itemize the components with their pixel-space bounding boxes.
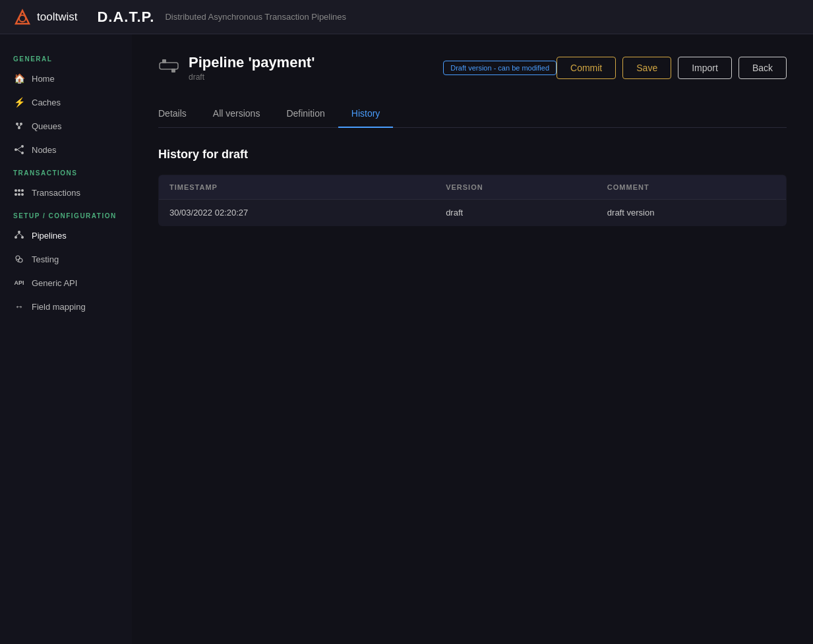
sidebar-section-general: GENERAL xyxy=(0,47,132,67)
sidebar-item-queues-label: Queues xyxy=(32,121,62,131)
history-table: TIMESTAMP VERSION COMMENT 30/03/2022 02:… xyxy=(158,175,787,226)
page-subtitle: draft xyxy=(189,73,433,82)
svg-point-9 xyxy=(21,152,24,154)
sidebar-item-transactions[interactable]: Transactions xyxy=(0,181,132,204)
import-button[interactable]: Import xyxy=(678,57,732,79)
col-version: VERSION xyxy=(435,175,597,200)
nodes-icon xyxy=(13,144,25,156)
tab-all-versions[interactable]: All versions xyxy=(200,102,274,128)
svg-line-11 xyxy=(17,150,21,152)
sidebar-item-pipelines-label: Pipelines xyxy=(32,231,67,241)
sidebar-item-testing[interactable]: Testing xyxy=(0,247,132,271)
col-comment: COMMENT xyxy=(597,175,787,200)
tab-details[interactable]: Details xyxy=(158,102,200,128)
page-header-info: Pipeline 'payment' draft xyxy=(189,54,433,82)
svg-point-2 xyxy=(16,123,18,125)
svg-point-24 xyxy=(18,258,22,262)
testing-icon xyxy=(13,253,25,265)
caches-icon: ⚡ xyxy=(13,96,25,108)
content-area: Pipeline 'payment' draft Draft version -… xyxy=(132,34,813,644)
cell-version: draft xyxy=(435,200,597,226)
svg-point-1 xyxy=(19,15,26,22)
sidebar-item-home-label: Home xyxy=(32,74,55,84)
sidebar-item-field-mapping[interactable]: ↔ Field mapping xyxy=(0,295,132,318)
sidebar-section-setup: SETUP / CONFIGURATION xyxy=(0,204,132,223)
tab-history[interactable]: History xyxy=(338,102,394,128)
pipeline-header-icon xyxy=(158,57,179,78)
history-section: History for draft TIMESTAMP VERSION COMM… xyxy=(158,148,787,226)
sidebar-item-generic-api[interactable]: API Generic API xyxy=(0,271,132,295)
svg-rect-27 xyxy=(162,59,166,63)
svg-point-4 xyxy=(18,127,20,129)
sidebar-item-testing-label: Testing xyxy=(32,254,59,264)
svg-point-18 xyxy=(18,231,20,233)
svg-point-12 xyxy=(15,189,17,192)
sidebar-item-api-label: Generic API xyxy=(32,278,77,288)
transactions-icon xyxy=(13,187,25,198)
svg-line-6 xyxy=(19,125,21,127)
queues-icon xyxy=(13,120,25,132)
api-icon: API xyxy=(13,277,25,289)
page-header-actions: Commit Save Import Back xyxy=(557,57,787,79)
pipelines-icon xyxy=(13,229,25,241)
sidebar-section-transactions: TRANSACTIONS xyxy=(0,161,132,181)
col-timestamp: TIMESTAMP xyxy=(159,175,436,200)
page-title: Pipeline 'payment' xyxy=(189,54,433,71)
sidebar-item-pipelines[interactable]: Pipelines xyxy=(0,223,132,247)
app-title: D.A.T.P. xyxy=(97,9,154,26)
page-header: Pipeline 'payment' draft Draft version -… xyxy=(158,54,787,82)
svg-point-20 xyxy=(21,236,24,239)
tab-definition[interactable]: Definition xyxy=(273,102,338,128)
back-button[interactable]: Back xyxy=(738,57,787,79)
save-button[interactable]: Save xyxy=(622,57,671,79)
history-section-title: History for draft xyxy=(158,148,787,161)
cell-comment: draft version xyxy=(597,200,787,226)
svg-point-7 xyxy=(15,148,17,151)
svg-line-5 xyxy=(17,125,19,127)
sidebar-item-nodes[interactable]: Nodes xyxy=(0,138,132,161)
commit-button[interactable]: Commit xyxy=(557,57,616,79)
svg-point-15 xyxy=(15,193,17,196)
sidebar-item-caches-label: Caches xyxy=(32,98,61,107)
table-header-row: TIMESTAMP VERSION COMMENT xyxy=(159,175,787,200)
sidebar-item-caches[interactable]: ⚡ Caches xyxy=(0,90,132,114)
svg-point-8 xyxy=(21,145,24,148)
draft-badge: Draft version - can be modified xyxy=(443,61,557,75)
svg-point-14 xyxy=(21,189,24,192)
svg-rect-26 xyxy=(160,63,178,69)
table-row: 30/03/2022 02:20:27draftdraft version xyxy=(159,200,787,226)
sidebar-item-nodes-label: Nodes xyxy=(32,145,57,155)
sidebar-item-home[interactable]: 🏠 Home xyxy=(0,67,132,90)
home-icon: 🏠 xyxy=(13,73,25,84)
field-mapping-icon: ↔ xyxy=(13,301,25,312)
svg-line-22 xyxy=(19,233,22,236)
svg-line-10 xyxy=(17,147,21,150)
svg-point-19 xyxy=(15,236,17,239)
svg-point-13 xyxy=(18,189,20,192)
svg-point-16 xyxy=(18,193,20,196)
app-subtitle: Distributed Asynchronous Transaction Pip… xyxy=(165,12,346,22)
logo-icon xyxy=(13,8,32,26)
tabs: Details All versions Definition History xyxy=(158,102,787,128)
sidebar-item-field-mapping-label: Field mapping xyxy=(32,302,86,312)
logo: tooltwist xyxy=(13,8,77,26)
logo-text: tooltwist xyxy=(37,11,77,24)
cell-timestamp: 30/03/2022 02:20:27 xyxy=(159,200,436,226)
sidebar-item-transactions-label: Transactions xyxy=(32,188,80,198)
svg-line-21 xyxy=(16,233,19,236)
svg-point-17 xyxy=(21,193,24,196)
svg-point-3 xyxy=(20,123,22,125)
svg-rect-28 xyxy=(171,69,175,73)
sidebar-item-queues[interactable]: Queues xyxy=(0,114,132,138)
svg-line-25 xyxy=(16,260,18,262)
main-layout: GENERAL 🏠 Home ⚡ Caches Queues xyxy=(0,34,813,644)
sidebar: GENERAL 🏠 Home ⚡ Caches Queues xyxy=(0,34,132,644)
topbar: tooltwist D.A.T.P. Distributed Asynchron… xyxy=(0,0,813,34)
